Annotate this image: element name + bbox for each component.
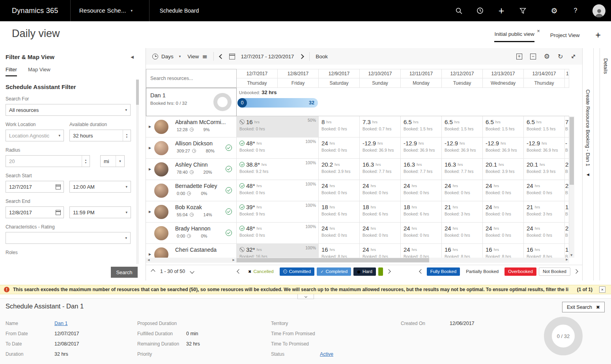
page-up-icon[interactable] xyxy=(151,269,155,273)
legend-booking-fully[interactable]: Fully Booked xyxy=(427,267,460,276)
day-availability-cell[interactable]: 16hrsBooked: 8 hrs xyxy=(319,244,360,258)
tab-initial-public-view[interactable]: Initial public view × xyxy=(494,31,534,42)
resource-list-item[interactable]: Brady Hannon0:000% xyxy=(146,223,237,244)
status-legend-next-icon[interactable] xyxy=(386,269,391,273)
date-column-header[interactable]: 12/13/2017 xyxy=(483,69,524,78)
legend-status-committed[interactable]: Committed xyxy=(280,267,315,276)
scroll-left-icon[interactable]: ◀ xyxy=(148,259,149,262)
legend-status-completed[interactable]: ✓Completed xyxy=(317,267,351,276)
details-strip[interactable]: Details xyxy=(600,48,611,280)
day-availability-cell[interactable]: 24hrsBooked: 0 hrs xyxy=(319,180,360,201)
day-availability-cell[interactable]: 18hrsBooked: 6 hrs xyxy=(360,201,401,223)
resource-list-item[interactable]: ▶Bob Kozak55:0414% xyxy=(146,201,237,223)
scroll-right-icon[interactable]: ▶ xyxy=(233,259,235,262)
expand-row-icon[interactable]: ▶ xyxy=(149,253,151,256)
date-column-header[interactable]: 12/8/2017 xyxy=(278,69,319,78)
scrollbar-thumb[interactable] xyxy=(570,117,574,185)
availability-window-cell[interactable]: 100%48*hrsBooked: 0 hrs xyxy=(237,137,319,159)
field-value[interactable]: Active xyxy=(320,351,333,357)
day-availability-cell[interactable]: 2hrsB xyxy=(565,180,569,201)
create-booking-strip[interactable]: Create Resource Booking - Dan 1 ◀ xyxy=(582,48,594,280)
day-availability-cell[interactable]: 6.5hrsBooked: 1.5 hrs xyxy=(524,116,565,137)
legend-booking-notb[interactable]: Not Booked xyxy=(539,267,570,276)
field-value[interactable]: Dan 1 xyxy=(54,321,67,326)
day-availability-cell[interactable]: 8hrsBooked: 0 hrs xyxy=(319,116,360,137)
day-availability-cell[interactable]: 16.3hrsBooked: 7.7 hrs xyxy=(442,159,483,180)
day-availability-cell[interactable]: 21hrsBooked: 3 hrs xyxy=(442,201,483,223)
day-availability-cell[interactable]: 24hrsBooked: 0 hrs xyxy=(360,180,401,201)
collapse-all-icon[interactable]: − xyxy=(530,54,536,59)
day-availability-cell[interactable]: 24hrsBooked: 0 hrs xyxy=(360,223,401,244)
date-column-header[interactable]: 12/12/2017 xyxy=(442,69,483,78)
view-select[interactable]: View ≡ xyxy=(187,53,207,60)
day-availability-cell[interactable]: 7hrsB xyxy=(565,116,569,137)
day-availability-cell[interactable]: 20.1hrsBooked: 3.9 hrs xyxy=(524,159,565,180)
grid-horizontal-scrollbar[interactable]: ▶ xyxy=(237,258,569,263)
availability-window-cell[interactable]: 50%16hrsBooked: 0 hrs xyxy=(237,116,319,137)
radius-unit-select[interactable]: mi ▾ xyxy=(100,155,125,167)
date-column-header[interactable]: 12/ xyxy=(565,69,569,78)
demand-resource-card[interactable]: Dan 1 Booked hrs: 0 / 32 xyxy=(146,88,237,116)
availability-window-cell[interactable]: 100%48*hrsBooked: 0 hrs xyxy=(237,223,319,244)
day-availability-cell[interactable]: 24hrsBooked: 0 hrs xyxy=(442,180,483,201)
booking-legend-prev-icon[interactable] xyxy=(419,269,423,273)
resource-list-item[interactable]: ▶Cheri Castaneda xyxy=(146,244,237,258)
date-column-header[interactable]: 12/9/2017 xyxy=(319,69,360,78)
expand-row-icon[interactable]: ▶ xyxy=(149,125,151,128)
tab-filter[interactable]: Filter xyxy=(6,67,17,76)
availability-window-cell[interactable]: 100%48*hrsBooked: 0 hrs xyxy=(237,180,319,201)
book-button[interactable]: Book xyxy=(316,54,328,59)
scrollbar-thumb[interactable] xyxy=(136,80,139,105)
day-availability-cell[interactable]: 20.2hrsBooked: 3.9 hrs xyxy=(319,159,360,180)
expand-panel-handle[interactable] xyxy=(297,294,314,299)
resource-list-item[interactable]: Bernadette Foley0:000% xyxy=(146,180,237,201)
day-availability-cell[interactable]: 21hrsBooked: 3 hrs xyxy=(524,201,565,223)
day-availability-cell[interactable]: -hrsB xyxy=(565,137,569,159)
date-column-header[interactable]: 12/14/2017 xyxy=(524,69,565,78)
day-availability-cell[interactable]: -12.9hrsBooked: 36.9 hrs xyxy=(360,137,401,159)
grid-vertical-scrollbar[interactable]: ▼ xyxy=(569,116,574,258)
expand-all-icon[interactable]: + xyxy=(516,54,522,59)
availability-window-cell[interactable]: 100%38.8*hrsBooked: 9.2 hrs xyxy=(237,159,319,180)
filter-funnel-icon[interactable] xyxy=(518,6,527,15)
day-availability-cell[interactable]: 24hrsBooked: 0 hrs xyxy=(401,223,442,244)
tab-map-view[interactable]: Map View xyxy=(28,67,50,76)
date-column-header[interactable]: 12/10/2017 xyxy=(360,69,401,78)
board-scale-select[interactable]: Days ▾ xyxy=(152,54,181,59)
availability-window-cell[interactable]: 100%39*hrsBooked: 9 hrs xyxy=(237,201,319,223)
day-availability-cell[interactable]: 2hrsB xyxy=(565,159,569,180)
calendar-icon[interactable] xyxy=(56,210,61,215)
stepper-arrows-icon[interactable]: ▴▾ xyxy=(82,156,90,167)
scrollbar-thumb[interactable] xyxy=(237,258,429,262)
resource-list-scrollbar[interactable]: ◀ ▶ xyxy=(146,258,237,263)
day-availability-cell[interactable]: 24hrsBooked: 0 hrs xyxy=(442,223,483,244)
booking-legend-next-icon[interactable] xyxy=(574,269,578,273)
search-resources-input[interactable] xyxy=(150,76,232,81)
scroll-right-icon[interactable]: ▶ xyxy=(566,258,568,261)
day-availability-cell[interactable]: 16hrsBooked: 8 hrs xyxy=(524,244,565,258)
availability-window-cell[interactable]: 100%32*hrsBooked: 16 hrs xyxy=(237,244,319,258)
search-icon[interactable] xyxy=(454,6,463,15)
resource-list-item[interactable]: ▶Allison Dickson309:2780% xyxy=(146,137,237,159)
expand-left-icon[interactable]: ◀ xyxy=(587,173,589,176)
legend-booking-partially[interactable]: Partially Booked xyxy=(462,267,502,276)
day-availability-cell[interactable]: 24hrsBooked: 0 hrs xyxy=(524,223,565,244)
help-icon[interactable]: ? xyxy=(571,6,580,15)
tab-project-view[interactable]: Project View xyxy=(550,32,580,42)
day-availability-cell[interactable]: 7.3hrsBooked: 0.7 hrs xyxy=(360,116,401,137)
previous-period-icon[interactable] xyxy=(219,54,224,59)
day-availability-cell[interactable]: 1hrsB xyxy=(565,201,569,223)
search-for-select[interactable]: All resources ▾ xyxy=(6,104,131,116)
day-availability-cell[interactable]: 2hrsB xyxy=(565,223,569,244)
calendar-icon[interactable] xyxy=(56,184,61,189)
app-switcher[interactable]: Resource Sche... ▾ xyxy=(70,0,149,21)
resource-list-item[interactable]: ▶Abraham McCormi...12:289% xyxy=(146,116,237,137)
refresh-icon[interactable]: ↻ xyxy=(558,53,563,60)
available-duration-stepper[interactable]: 32 hours ▴▾ xyxy=(69,130,131,141)
user-avatar[interactable] xyxy=(592,4,605,17)
work-location-select[interactable]: Location Agnostic ▾ xyxy=(6,130,64,141)
expand-row-icon[interactable]: ▶ xyxy=(149,146,151,150)
day-availability-cell[interactable]: 24hrsBooked: 0 hrs xyxy=(483,180,524,201)
next-period-icon[interactable] xyxy=(299,54,304,59)
characteristics-select[interactable]: ▾ xyxy=(6,232,131,244)
